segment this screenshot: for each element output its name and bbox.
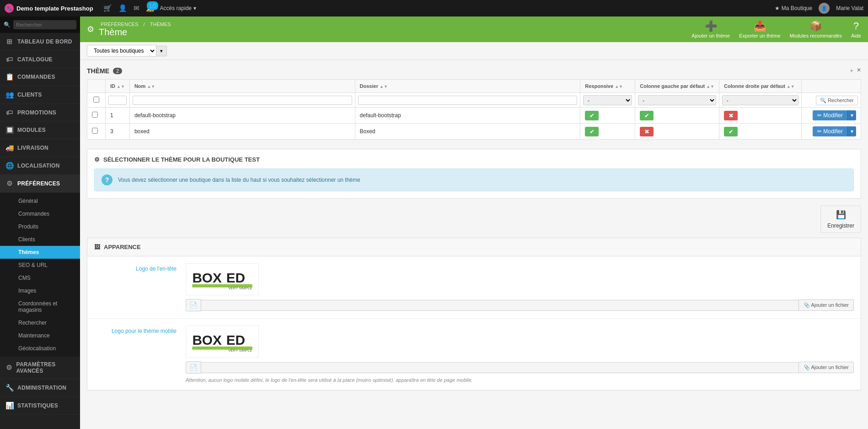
svg-text:ED: ED: [226, 332, 245, 348]
mail-icon[interactable]: ✉: [134, 4, 139, 12]
row2-modify-arrow[interactable]: ▾: [847, 126, 856, 136]
filter-nom-input[interactable]: [133, 96, 352, 105]
logo-header-preview: BOX ED VERY SIMPLE: [186, 263, 259, 295]
filter-col-droite-select[interactable]: - Oui Non: [722, 95, 798, 105]
col-gauche-sort-icon[interactable]: ▲▼: [706, 84, 714, 89]
sidebar-item-livraison[interactable]: 🚚 LIVRAISON: [0, 139, 80, 157]
user-icon[interactable]: 👤: [118, 4, 127, 12]
modules-recommandes-button[interactable]: 📦 Modules recommandés: [790, 20, 842, 38]
row2-responsive: ✔: [580, 124, 635, 140]
sidebar-sub-geolocalisation[interactable]: Géolocalisation: [0, 342, 80, 355]
sidebar-sub-rechercher[interactable]: Rechercher: [0, 316, 80, 329]
logo-mobile-file-icon-btn[interactable]: 📄: [186, 361, 201, 374]
table-collapse-icon[interactable]: ✕: [857, 67, 861, 75]
sidebar-item-administration[interactable]: 🔧 ADMINISTRATION: [0, 379, 80, 397]
sidebar-item-tableau[interactable]: ⊞ TABLEAU DE BORD: [0, 33, 80, 51]
sidebar-item-parametres[interactable]: ⚙ PARAMÈTRES AVANCÉS: [0, 357, 80, 379]
sidebar-sub-themes[interactable]: Thèmes: [0, 246, 80, 259]
logo-mobile-add-file-button[interactable]: 📎 Ajouter un fichier: [799, 362, 854, 373]
info-text: Vous devez sélectionner une boutique dan…: [118, 177, 360, 183]
sidebar-sub-coordonnees[interactable]: Coordonnées et magasins: [0, 297, 80, 316]
id-sort-icon[interactable]: ▲▼: [117, 84, 125, 89]
ma-boutique[interactable]: ★ Ma Boutique: [775, 5, 812, 11]
row2-modify-button[interactable]: ✏ Modifier: [813, 126, 847, 136]
sidebar-sub-clients[interactable]: Clients: [0, 233, 80, 246]
row2-responsive-badge: ✔: [585, 127, 599, 136]
sidebar-item-clients[interactable]: 👥 CLIENTS: [0, 86, 80, 104]
acces-rapide[interactable]: Accès rapide ▾: [160, 5, 196, 11]
add-theme-button[interactable]: ➕ Ajouter un thème: [691, 20, 730, 38]
sidebar-item-commandes[interactable]: 📋 COMMANDES: [0, 68, 80, 86]
bell-wrap[interactable]: 🔔 10: [146, 4, 155, 12]
logo-header-content: BOX ED VERY SIMPLE 📄 📎 Ajouter un fichie…: [186, 263, 854, 311]
table-expand-icon[interactable]: ＋: [849, 67, 854, 75]
sidebar-sub-produits[interactable]: Produits: [0, 220, 80, 233]
col-dossier[interactable]: Dossier ▲▼: [355, 80, 580, 93]
col-checkbox: [87, 80, 106, 93]
row1-col-gauche: ✔: [635, 108, 719, 124]
save-button[interactable]: 💾 Enregistrer: [820, 206, 861, 233]
sidebar-sub-cms[interactable]: CMS: [0, 272, 80, 284]
logo-header-add-file-button[interactable]: 📎 Ajouter un fichier: [799, 299, 854, 311]
search-input[interactable]: [13, 20, 76, 29]
col-id[interactable]: ID ▲▼: [106, 80, 130, 93]
avatar: 👤: [819, 3, 830, 14]
sidebar-preferences-sub: Général Commandes Produits Clients Thème…: [0, 193, 80, 357]
filter-select-all[interactable]: [90, 97, 102, 103]
sidebar-item-preferences[interactable]: ⚙ PRÉFÉRENCES: [0, 175, 80, 193]
brand-icon: 🐾: [5, 4, 14, 13]
filter-id-input[interactable]: [108, 96, 127, 105]
filter-nom-cell: [129, 93, 355, 108]
row2-modify-group: ✏ Modifier ▾: [813, 126, 856, 136]
nom-sort-icon[interactable]: ▲▼: [147, 84, 155, 89]
aide-button[interactable]: ? Aide: [851, 20, 861, 38]
sidebar-item-label: CLIENTS: [17, 92, 42, 98]
row2-col-droite-badge: ✔: [724, 127, 738, 136]
sidebar-sub-general[interactable]: Général: [0, 195, 80, 207]
sidebar-sub-seo[interactable]: SEO & URL: [0, 259, 80, 272]
logo-header-file-input[interactable]: [201, 300, 799, 311]
filter-dossier-input[interactable]: [358, 96, 578, 105]
clients-icon: 👥: [5, 91, 14, 99]
section-title: THÈME: [87, 67, 109, 75]
logo-mobile-file-input[interactable]: [201, 362, 799, 373]
export-theme-button[interactable]: 📤 Exporter un thème: [739, 20, 781, 38]
acces-rapide-label: Accès rapide: [160, 5, 192, 11]
sidebar-sub-images[interactable]: Images: [0, 284, 80, 297]
filter-responsive-select[interactable]: - Oui Non: [583, 95, 632, 105]
responsive-sort-icon[interactable]: ▲▼: [615, 84, 623, 89]
col-col-gauche[interactable]: Colonne gauche par défaut ▲▼: [635, 80, 719, 93]
row1-checkbox[interactable]: [92, 112, 98, 118]
cart-icon[interactable]: 🛒: [103, 4, 112, 12]
sidebar-item-modules[interactable]: 🔲 MODULES: [0, 121, 80, 139]
filter-row: - Oui Non - Oui Non: [87, 93, 861, 108]
row1-modify-arrow[interactable]: ▾: [847, 110, 856, 120]
add-theme-icon: ➕: [705, 20, 717, 32]
sidebar-sub-maintenance[interactable]: Maintenance: [0, 329, 80, 342]
row2-col-gauche-badge: ✖: [640, 127, 654, 136]
sidebar-item-label: CATALOGUE: [17, 56, 53, 63]
filter-col-gauche-select[interactable]: - Oui Non: [638, 95, 716, 105]
col-nom[interactable]: Nom ▲▼: [129, 80, 355, 93]
row1-col-droite: ✖: [719, 108, 802, 124]
sidebar-item-catalogue[interactable]: 🏷 CATALOGUE: [0, 51, 80, 68]
sidebar-sub-commandes[interactable]: Commandes: [0, 207, 80, 220]
store-select-dropdown[interactable]: Toutes les boutiques: [87, 45, 156, 57]
col-col-droite[interactable]: Colonne droite par défaut ▲▼: [719, 80, 802, 93]
sidebar-item-promotions[interactable]: 🏷 PROMOTIONS: [0, 104, 80, 121]
col-droite-sort-icon[interactable]: ▲▼: [787, 84, 795, 89]
dossier-sort-icon[interactable]: ▲▼: [380, 84, 388, 89]
sidebar-item-statistiques[interactable]: 📊 STATISTIQUES: [0, 397, 80, 415]
store-dropdown-arrow[interactable]: ▾: [156, 46, 167, 56]
sidebar-item-localisation[interactable]: 🌐 LOCALISATION: [0, 157, 80, 175]
row2-actions: ✏ Modifier ▾: [802, 124, 861, 140]
store-select-group: Toutes les boutiques ▾: [87, 45, 167, 57]
filter-search-button[interactable]: 🔍 Rechercher: [816, 96, 858, 105]
logo-header-file-icon-btn[interactable]: 📄: [186, 299, 201, 311]
col-responsive[interactable]: Responsive ▲▼: [580, 80, 635, 93]
row1-modify-button[interactable]: ✏ Modifier: [813, 110, 847, 120]
select-theme-title: ⚙ SÉLECTIONNER LE THÈME POUR LA BOUTIQUE…: [94, 156, 854, 163]
row2-checkbox[interactable]: [92, 128, 98, 134]
row1-modify-group: ✏ Modifier ▾: [813, 110, 856, 120]
row1-dossier: default-bootstrap: [355, 108, 580, 124]
